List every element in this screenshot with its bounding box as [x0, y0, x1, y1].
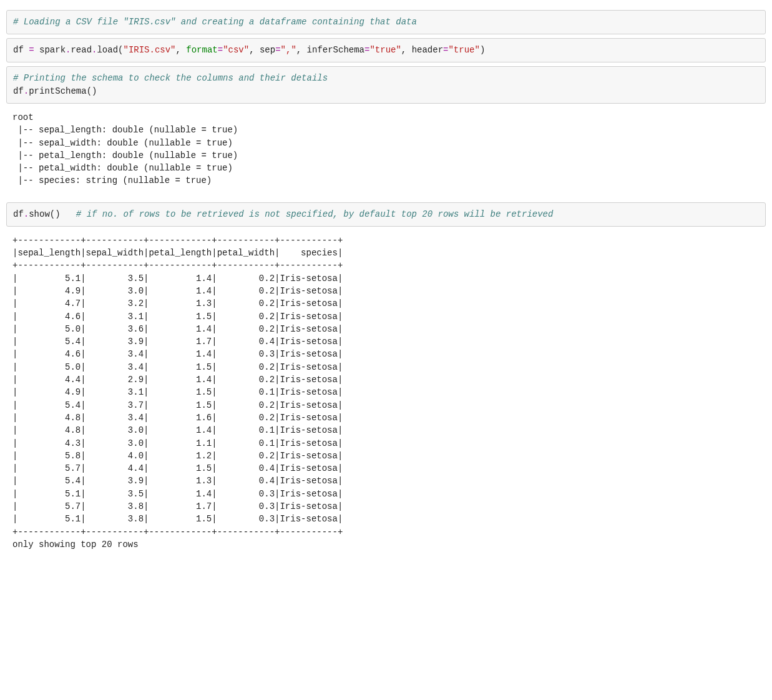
code-token: =	[275, 45, 280, 55]
code-token: ()	[87, 86, 97, 96]
code-input-cell[interactable]: # Printing the schema to check the colum…	[6, 66, 766, 104]
code-token: df	[13, 45, 29, 55]
code-token: "true"	[448, 45, 479, 55]
dataframe-output: +------------+-----------+------------+-…	[6, 230, 766, 557]
code-token: df	[13, 86, 24, 96]
code-token	[61, 209, 76, 219]
code-token: =	[218, 45, 223, 55]
code-token: printSchema	[29, 86, 86, 96]
code-output-cell: root |-- sepal_length: double (nullable …	[6, 107, 766, 194]
code-token: =	[29, 45, 34, 55]
code-token: "IRIS.csv"	[123, 45, 175, 55]
code-input-cell[interactable]: df = spark.read.load("IRIS.csv", format=…	[6, 38, 766, 62]
code-token: "true"	[369, 45, 401, 55]
code-token: df	[13, 209, 24, 219]
code-input-cell[interactable]: # Loading a CSV file "IRIS.csv" and crea…	[6, 10, 766, 34]
code-token: spark	[34, 45, 66, 55]
code-token: ","	[281, 45, 296, 55]
code-token: read	[71, 45, 92, 55]
code-token: # Printing the schema to check the colum…	[13, 73, 328, 83]
code-token: "csv"	[223, 45, 249, 55]
code-token: # if no. of rows to be retrieved is not …	[76, 209, 554, 219]
code-token: )	[480, 45, 485, 55]
code-token: # Loading a CSV file "IRIS.csv" and crea…	[13, 17, 417, 27]
code-token: , sep	[249, 45, 275, 55]
code-token: , inferSchema	[296, 45, 364, 55]
code-input-cell[interactable]: df.show() # if no. of rows to be retriev…	[6, 202, 766, 227]
code-token: .	[24, 86, 29, 96]
notebook-container: # Loading a CSV file "IRIS.csv" and crea…	[6, 10, 766, 557]
code-token: , header	[401, 45, 443, 55]
code-token: load	[97, 45, 118, 55]
code-token: .	[24, 209, 29, 219]
code-token: format	[186, 45, 217, 55]
code-token: ()	[50, 209, 61, 219]
code-token: ,	[176, 45, 187, 55]
code-token: show	[29, 209, 50, 219]
